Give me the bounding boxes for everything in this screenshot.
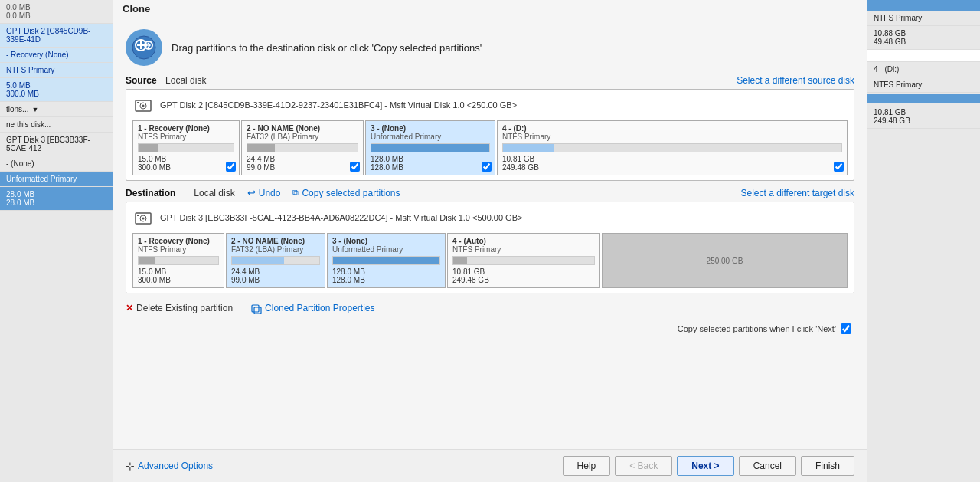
src-p3-bar-container: [371, 143, 490, 152]
copy-icon: ⧉: [292, 188, 299, 198]
footer-buttons: Help < Back Next > Cancel Finish: [563, 456, 854, 476]
dest-disk-header: GPT Disk 3 [EBC3B33F-5CAE-4123-BB4A-AD6A…: [132, 207, 848, 228]
dest-p2-type: FAT32 (LBA) Primary: [231, 245, 320, 254]
dialog-header: Drag partitions to the destination disk …: [126, 26, 854, 69]
source-header: Source Local disk Select a different sou…: [126, 75, 854, 86]
next-button[interactable]: Next >: [677, 456, 733, 476]
src-p3-name: 3 - (None): [371, 124, 490, 133]
help-button[interactable]: Help: [563, 456, 611, 476]
left-panel-sizes: 5.0 MB300.0 MB: [0, 78, 113, 102]
src-p3-bar: [371, 144, 489, 152]
dest-p4-name: 4 - (Auto): [452, 237, 595, 245]
dest-partitions-row: 1 - Recovery (None) NTFS Primary 15.0 MB…: [132, 233, 848, 288]
source-disk-title: GPT Disk 2 [C845CD9B-339E-41D2-9237-2340…: [160, 100, 848, 110]
right-panel-4di: 4 - (Di:): [867, 62, 980, 77]
dest-p3-bar: [333, 257, 439, 264]
copy-partitions-link[interactable]: ⧉ Copy selected partitions: [292, 188, 400, 198]
copy-next-label: Copy selected partitions when I click 'N…: [678, 324, 836, 333]
undo-link[interactable]: ↩ Undo: [247, 187, 281, 198]
src-p4-bar: [503, 144, 554, 152]
dest-p3-name: 3 - (None): [332, 237, 440, 245]
left-panel-disk3[interactable]: GPT Disk 3 [EBC3B33F-5CAE-412: [0, 133, 113, 156]
dest-p1-sizes: 15.0 MB300.0 MB: [138, 267, 219, 284]
dest-partition-4[interactable]: 4 - (Auto) NTFS Primary 10.81 GB249.48 G…: [447, 233, 600, 288]
source-disk-label: Local disk: [165, 75, 206, 86]
dest-partition-2[interactable]: 2 - NO NAME (None) FAT32 (LBA) Primary 2…: [226, 233, 325, 288]
cancel-button[interactable]: Cancel: [739, 456, 796, 476]
dest-disk-label: Local disk: [194, 188, 234, 198]
bottom-options: ✕ Delete Existing partition Cloned Parti…: [126, 300, 854, 317]
source-partition-2[interactable]: 2 - NO NAME (None) FAT32 (LBA) Primary 2…: [241, 120, 364, 175]
left-panel-dest-sizes: 28.0 MB28.0 MB: [0, 187, 113, 211]
dest-disk-title: GPT Disk 3 [EBC3B33F-5CAE-4123-BB4A-AD6A…: [160, 213, 848, 222]
src-p2-sizes: 24.4 MB99.0 MB: [247, 155, 358, 172]
src-p2-name: 2 - NO NAME (None): [247, 124, 358, 133]
finish-button[interactable]: Finish: [801, 456, 854, 476]
src-p2-bar: [247, 144, 275, 152]
source-partitions-row: 1 - Recovery (None) NTFS Primary 15.0 MB…: [132, 120, 848, 175]
src-p4-type: NTFS Primary: [502, 133, 842, 141]
right-panel-ntfs: NTFS Primary: [867, 11, 980, 26]
copy-next-checkbox[interactable]: [841, 323, 851, 334]
cloned-label[interactable]: Cloned Partition Properties: [265, 303, 374, 313]
title-bar-label: Clone: [122, 3, 150, 15]
src-p2-bar-container: [247, 143, 358, 152]
svg-point-5: [142, 105, 145, 107]
left-panel-unformatted[interactable]: Unformatted Primary: [0, 172, 113, 187]
dest-partition-3[interactable]: 3 - (None) Unformatted Primary 128.0 MB1…: [327, 233, 446, 288]
source-partition-3[interactable]: 3 - (None) Unformatted Primary 128.0 MB1…: [365, 120, 495, 175]
dest-p4-bar-container: [452, 256, 595, 265]
svg-rect-10: [137, 215, 139, 216]
src-p2-checkbox[interactable]: [350, 162, 360, 172]
src-p4-sizes: 10.81 GB249.48 GB: [502, 155, 842, 172]
left-panel-item: 0.0 MB0.0 MB: [0, 0, 113, 24]
src-p1-checkbox[interactable]: [226, 162, 236, 172]
back-button[interactable]: < Back: [615, 456, 672, 476]
main-content: Clone Drag partitions to the destination…: [113, 0, 867, 482]
footer-left: ⊹ Advanced Options: [126, 460, 213, 472]
src-p1-bar: [139, 144, 158, 152]
dialog-header-text: Drag partitions to the destination disk …: [172, 42, 482, 54]
dest-p1-bar-container: [138, 256, 219, 265]
left-panel-disk2[interactable]: GPT Disk 2 [C845CD9B-339E-41D: [0, 24, 113, 48]
cloned-option[interactable]: Cloned Partition Properties: [251, 303, 374, 314]
left-panel-ntfs-primary[interactable]: NTFS Primary: [0, 63, 113, 78]
dest-p3-sizes: 128.0 MB128.0 MB: [332, 267, 440, 284]
left-panel-recovery[interactable]: - Recovery (None): [0, 48, 113, 63]
svg-rect-12: [254, 307, 261, 314]
dest-p2-bar: [232, 257, 284, 264]
source-label: Source: [126, 75, 157, 86]
dest-p4-bar: [453, 257, 467, 264]
title-bar: Clone: [113, 0, 867, 18]
advanced-options-link[interactable]: Advanced Options: [138, 461, 213, 471]
dest-label: Destination: [126, 188, 175, 198]
src-p3-sizes: 128.0 MB128.0 MB: [371, 155, 490, 172]
src-p4-name: 4 - (D:): [502, 124, 842, 133]
source-partition-1[interactable]: 1 - Recovery (None) NTFS Primary 15.0 MB…: [132, 120, 240, 175]
dest-partition-1[interactable]: 1 - Recovery (None) NTFS Primary 15.0 MB…: [132, 233, 224, 288]
copy-next-row: Copy selected partitions when I click 'N…: [126, 323, 854, 334]
delete-label: Delete Existing partition: [136, 303, 233, 313]
right-panel-spacer: [867, 50, 980, 62]
source-partition-4[interactable]: 4 - (D:) NTFS Primary 10.81 GB249.48 GB: [497, 120, 848, 175]
dest-p1-type: NTFS Primary: [138, 245, 219, 254]
left-panel-disk-action[interactable]: ne this disk...: [0, 117, 113, 133]
dest-p2-bar-container: [231, 256, 320, 265]
dest-p3-type: Unformatted Primary: [332, 245, 440, 254]
src-p1-bar-container: [138, 143, 234, 152]
select-source-link[interactable]: Select a different source disk: [737, 75, 854, 86]
destination-section: Destination Local disk ↩ Undo ⧉ Copy sel…: [126, 187, 854, 293]
src-p3-checkbox[interactable]: [482, 162, 492, 172]
select-target-link[interactable]: Select a different target disk: [740, 188, 854, 198]
dest-p3-bar-container: [332, 256, 440, 265]
delete-option[interactable]: ✕ Delete Existing partition: [126, 303, 233, 313]
source-section: Source Local disk Select a different sou…: [126, 75, 854, 181]
src-p1-sizes: 15.0 MB300.0 MB: [138, 155, 234, 172]
clone-icon: [126, 29, 162, 66]
src-p4-checkbox[interactable]: [834, 162, 844, 172]
dest-p1-bar: [139, 257, 155, 264]
left-panel-options[interactable]: tions... ▼: [0, 102, 113, 117]
dest-p1-name: 1 - Recovery (None): [138, 237, 219, 245]
clone-dialog: Drag partitions to the destination disk …: [113, 18, 867, 449]
dest-disk-icon: [132, 207, 154, 228]
